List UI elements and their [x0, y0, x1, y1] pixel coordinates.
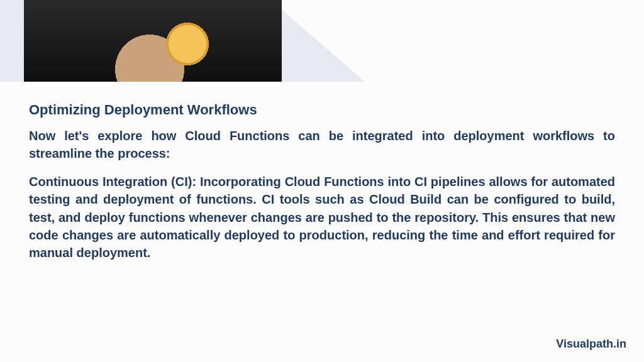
intro-paragraph: Now let's explore how Cloud Functions ca… [29, 127, 615, 163]
bitcoin-coin-icon: ₿ [198, 30, 209, 57]
slide: ₿ Optimizing Deployment Workflows Now le… [0, 0, 644, 362]
slide-heading: Optimizing Deployment Workflows [29, 102, 615, 118]
header-photo: ₿ [24, 0, 282, 82]
content-area: Optimizing Deployment Workflows Now let'… [29, 102, 615, 272]
footer-brand: Visualpath.in [556, 337, 626, 351]
body-paragraph: Continuous Integration (CI): Incorporati… [29, 173, 615, 262]
